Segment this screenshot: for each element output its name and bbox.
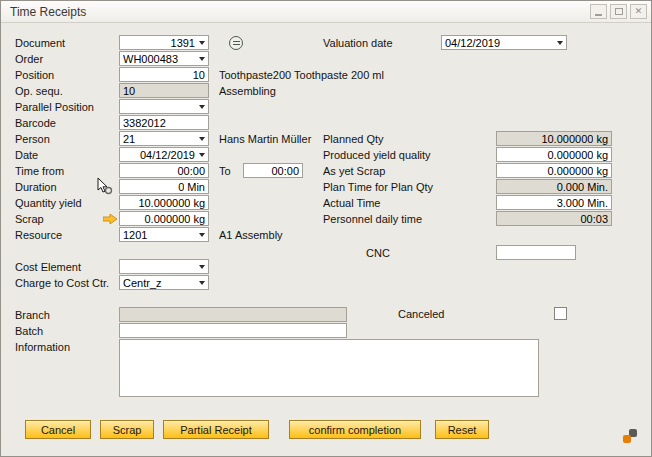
parallel-position-row: Parallel Position — [15, 99, 209, 114]
cnc-row: CNC — [366, 245, 576, 260]
cnc-field[interactable] — [496, 245, 576, 260]
as-yet-scrap-value: 0.000000 — [500, 165, 593, 177]
position-value: 10 — [123, 69, 205, 81]
charge-cost-ctr-row: Charge to Cost Ctr. Centr_z — [15, 275, 209, 290]
barcode-value: 3382012 — [123, 117, 205, 129]
scrap-value: 0.000000 — [123, 213, 190, 225]
scrap-row: Scrap 0.000000 kg — [15, 211, 209, 226]
document-field[interactable]: 1391 — [119, 35, 209, 50]
position-label: Position — [15, 69, 119, 81]
time-to-field[interactable]: 00:00 — [243, 163, 303, 178]
actual-time-label: Actual Time — [323, 197, 496, 209]
personnel-daily-label: Personnel daily time — [323, 213, 496, 225]
time-row: Time from 00:00 To 00:00 — [15, 163, 303, 178]
item-description: Toothpaste200 Toothpaste 200 ml — [219, 69, 384, 81]
plan-time-value: 0.000 — [500, 181, 584, 193]
time-from-field[interactable]: 00:00 — [119, 163, 209, 178]
scrap-unit: kg — [193, 213, 205, 225]
quantity-yield-row: Quantity yield 10.000000 kg — [15, 195, 209, 210]
information-field[interactable] — [119, 339, 539, 397]
chevron-down-icon[interactable] — [199, 57, 205, 61]
as-yet-scrap-row: As yet Scrap 0.000000 kg — [323, 163, 612, 178]
time-to-label: To — [219, 165, 243, 177]
charge-cost-ctr-field[interactable]: Centr_z — [119, 275, 209, 290]
resize-grip-icon[interactable] — [623, 429, 637, 443]
plan-time-row: Plan Time for Plan Qty 0.000 Min. — [323, 179, 612, 194]
canceled-checkbox[interactable] — [554, 307, 567, 320]
person-row: Person 21 Hans Martin Müller — [15, 131, 311, 146]
resource-value: 1201 — [123, 229, 195, 241]
resource-label: Resource — [15, 229, 119, 241]
order-label: Order — [15, 53, 119, 65]
chevron-down-icon[interactable] — [199, 137, 205, 141]
maximize-icon[interactable] — [610, 4, 627, 19]
resource-field[interactable]: 1201 — [119, 227, 209, 242]
cost-element-field[interactable] — [119, 259, 209, 274]
document-menu-icon[interactable] — [229, 36, 243, 50]
time-from-label: Time from — [15, 165, 119, 177]
branch-row: Branch — [15, 307, 347, 322]
order-row: Order WH000483 — [15, 51, 209, 66]
person-field[interactable]: 21 — [119, 131, 209, 146]
chevron-down-icon[interactable] — [199, 105, 205, 109]
plan-time-label: Plan Time for Plan Qty — [323, 181, 496, 193]
chevron-down-icon[interactable] — [199, 233, 205, 237]
quantity-yield-unit: kg — [193, 197, 205, 209]
branch-label: Branch — [15, 309, 119, 321]
quantity-yield-field[interactable]: 10.000000 kg — [119, 195, 209, 210]
barcode-field[interactable]: 3382012 — [119, 115, 209, 130]
produced-yield-unit: kg — [596, 149, 608, 161]
partial-receipt-button[interactable]: Partial Receipt — [163, 420, 269, 439]
person-value: 21 — [123, 133, 195, 145]
duration-unit: Min — [187, 181, 205, 193]
chevron-down-icon[interactable] — [199, 265, 205, 269]
duration-field[interactable]: 0 Min — [119, 179, 209, 194]
plan-time-field: 0.000 Min. — [496, 179, 612, 194]
link-arrow-icon[interactable] — [103, 214, 119, 224]
op-sequ-row: Op. sequ. 10 Assembling — [15, 83, 276, 98]
close-icon[interactable]: ✕ — [630, 4, 647, 19]
chevron-down-icon[interactable] — [199, 41, 205, 45]
position-row: Position 10 Toothpaste200 Toothpaste 200… — [15, 67, 384, 82]
person-label: Person — [15, 133, 119, 145]
minimize-icon[interactable] — [590, 4, 607, 19]
position-field[interactable]: 10 — [119, 67, 209, 82]
scrap-label: Scrap — [15, 213, 103, 225]
produced-yield-field[interactable]: 0.000000 kg — [496, 147, 612, 162]
valuation-date-field[interactable]: 04/12/2019 — [441, 35, 567, 50]
date-field[interactable]: 04/12/2019 — [119, 147, 209, 162]
title-bar[interactable]: Time Receipts ✕ — [1, 1, 651, 23]
time-to-value: 00:00 — [247, 165, 299, 177]
personnel-daily-value: 00:03 — [500, 213, 608, 225]
parallel-position-field[interactable] — [119, 99, 209, 114]
chevron-down-icon[interactable] — [199, 281, 205, 285]
chevron-down-icon[interactable] — [199, 153, 205, 157]
time-receipts-window: Time Receipts ✕ Document 1391 Order WH00… — [0, 0, 652, 457]
charge-cost-ctr-label: Charge to Cost Ctr. — [15, 277, 119, 289]
scrap-button[interactable]: Scrap — [100, 420, 154, 439]
personnel-daily-row: Personnel daily time 00:03 — [323, 211, 612, 226]
batch-field[interactable] — [119, 323, 347, 338]
planned-qty-label: Planned Qty — [323, 133, 496, 145]
chevron-down-icon[interactable] — [557, 41, 563, 45]
order-value: WH000483 — [123, 53, 195, 65]
document-value: 1391 — [123, 37, 195, 49]
window-controls: ✕ — [590, 4, 647, 19]
resource-description: A1 Assembly — [219, 229, 283, 241]
information-label: Information — [15, 341, 119, 353]
scrap-field[interactable]: 0.000000 kg — [119, 211, 209, 226]
quantity-yield-value: 10.000000 — [123, 197, 190, 209]
op-sequ-value: 10 — [123, 85, 205, 97]
order-field[interactable]: WH000483 — [119, 51, 209, 66]
planned-qty-unit: kg — [596, 133, 608, 145]
as-yet-scrap-field[interactable]: 0.000000 kg — [496, 163, 612, 178]
valuation-date-row: Valuation date 04/12/2019 — [323, 35, 567, 50]
parallel-position-label: Parallel Position — [15, 101, 119, 113]
duration-value: 0 — [123, 181, 184, 193]
confirm-completion-button[interactable]: confirm completion — [289, 420, 421, 439]
document-label: Document — [15, 37, 119, 49]
reset-button[interactable]: Reset — [435, 420, 489, 439]
cancel-button[interactable]: Cancel — [25, 420, 91, 439]
barcode-label: Barcode — [15, 117, 119, 129]
actual-time-field[interactable]: 3.000 Min. — [496, 195, 612, 210]
